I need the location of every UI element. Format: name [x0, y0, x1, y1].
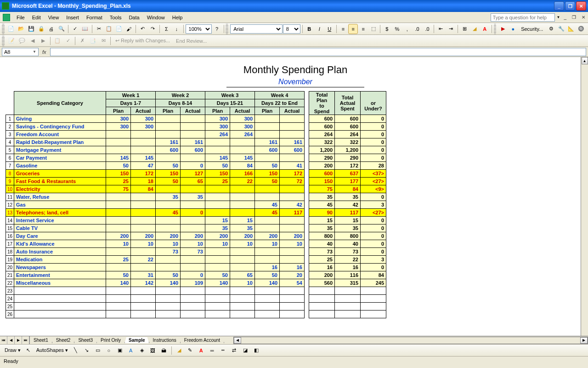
- toolbar-handle[interactable]: [2, 36, 5, 46]
- plan-cell[interactable]: 10: [255, 240, 280, 248]
- table-row[interactable]: 23: [6, 287, 386, 295]
- tab-prev-button[interactable]: ◀: [7, 336, 15, 344]
- table-row[interactable]: 7Gasoline50475005084504120017228: [6, 162, 386, 170]
- design-mode-button[interactable]: 📐: [566, 24, 576, 34]
- sheet-tab-freedom-account[interactable]: Freedom Account: [180, 337, 224, 343]
- total-actual-cell[interactable]: 322: [335, 138, 361, 146]
- plan-cell[interactable]: 50: [156, 162, 181, 170]
- plan-cell[interactable]: [205, 209, 230, 217]
- table-row[interactable]: 24: [6, 295, 386, 303]
- actual-cell[interactable]: [131, 201, 156, 209]
- table-row[interactable]: 2Savings - Contingency Fund3003003003006…: [6, 123, 386, 131]
- category-cell[interactable]: Gasoline: [14, 162, 106, 170]
- actual-cell[interactable]: 127: [181, 170, 205, 178]
- open-button[interactable]: 📂: [17, 24, 26, 34]
- copy-button[interactable]: 📋: [104, 24, 114, 34]
- plan-cell[interactable]: [255, 193, 280, 201]
- table-row[interactable]: 5Mortgage Payment6006006006001,2001,2000: [6, 146, 386, 154]
- plan-cell[interactable]: [255, 115, 280, 123]
- over-under-cell[interactable]: 3: [361, 201, 386, 209]
- total-plan-cell[interactable]: 800: [309, 232, 335, 240]
- total-plan-cell[interactable]: 200: [309, 162, 335, 170]
- plan-cell[interactable]: 10: [205, 240, 230, 248]
- table-row[interactable]: 9Fast Food & Restaurants2518506525225072…: [6, 178, 386, 185]
- sheet-tab-sheet2[interactable]: Sheet2: [52, 337, 75, 343]
- plan-cell[interactable]: [205, 185, 230, 193]
- actual-cell[interactable]: [230, 256, 255, 264]
- actual-cell[interactable]: 18: [131, 178, 156, 185]
- plan-cell[interactable]: [106, 146, 131, 154]
- macro-record-button[interactable]: ●: [508, 24, 518, 34]
- over-under-cell[interactable]: 84: [361, 271, 386, 279]
- over-under-cell[interactable]: <27>: [361, 178, 386, 185]
- actual-cell[interactable]: [131, 138, 156, 146]
- total-actual-cell[interactable]: 116: [335, 271, 361, 279]
- font-color-button[interactable]: A: [196, 345, 206, 356]
- diagram-button[interactable]: ◈: [137, 345, 147, 356]
- actual-cell[interactable]: 161: [181, 138, 205, 146]
- menu-edit[interactable]: Edit: [28, 13, 45, 22]
- actual-cell[interactable]: [230, 248, 255, 256]
- merge-button[interactable]: ⬚: [368, 24, 378, 34]
- actual-cell[interactable]: 35: [181, 193, 205, 201]
- plan-cell[interactable]: 50: [205, 162, 230, 170]
- actual-cell[interactable]: [131, 248, 156, 256]
- plan-cell[interactable]: [106, 131, 131, 138]
- category-cell[interactable]: Rapid Debt-Repayment Plan: [14, 138, 106, 146]
- help-dropdown-icon[interactable]: ▼: [557, 15, 560, 19]
- plan-cell[interactable]: [106, 217, 131, 224]
- toolbar-handle[interactable]: [226, 24, 228, 34]
- total-plan-cell[interactable]: 73: [309, 248, 335, 256]
- research-button[interactable]: 📖: [80, 24, 90, 34]
- plan-cell[interactable]: 140: [106, 279, 131, 287]
- maximize-button[interactable]: ❐: [565, 1, 575, 11]
- plan-cell[interactable]: 200: [106, 232, 131, 240]
- fill-color-button[interactable]: ◢: [174, 345, 184, 356]
- actual-cell[interactable]: [280, 248, 305, 256]
- actual-cell[interactable]: 300: [131, 123, 156, 131]
- plan-cell[interactable]: [156, 123, 181, 131]
- total-plan-cell[interactable]: 290: [309, 154, 335, 162]
- plan-cell[interactable]: [156, 154, 181, 162]
- plan-cell[interactable]: 25: [106, 178, 131, 185]
- actual-cell[interactable]: 22: [230, 178, 255, 185]
- actual-cell[interactable]: [131, 264, 156, 271]
- actual-cell[interactable]: 145: [131, 154, 156, 162]
- total-plan-cell[interactable]: 264: [309, 131, 335, 138]
- plan-cell[interactable]: [106, 264, 131, 271]
- plan-cell[interactable]: 600: [255, 146, 280, 154]
- actual-cell[interactable]: [280, 131, 305, 138]
- security-button[interactable]: Security...: [518, 26, 546, 32]
- print-preview-button[interactable]: 🔍: [57, 24, 66, 34]
- actual-cell[interactable]: 264: [230, 131, 255, 138]
- horizontal-scrollbar[interactable]: ◀ ▶: [233, 337, 588, 344]
- actual-cell[interactable]: 0: [181, 162, 205, 170]
- actual-cell[interactable]: 42: [280, 201, 305, 209]
- toolbar-handle[interactable]: [494, 24, 497, 34]
- over-under-cell[interactable]: 0: [361, 154, 386, 162]
- scroll-left-button[interactable]: ◀: [234, 337, 241, 344]
- category-cell[interactable]: Medication: [14, 256, 106, 264]
- name-box[interactable]: A8▼: [2, 48, 39, 56]
- table-row[interactable]: 6Car Payment1451451451452902900: [6, 154, 386, 162]
- over-under-cell[interactable]: 0: [361, 193, 386, 201]
- over-under-cell[interactable]: 0: [361, 224, 386, 232]
- arrow-style-button[interactable]: ⇄: [229, 345, 239, 356]
- total-actual-cell[interactable]: 42: [335, 201, 361, 209]
- category-cell[interactable]: Fast Food & Restaurants: [14, 178, 106, 185]
- plan-cell[interactable]: [156, 256, 181, 264]
- over-under-cell[interactable]: 0: [361, 232, 386, 240]
- actual-cell[interactable]: [280, 217, 305, 224]
- over-under-cell[interactable]: 0: [361, 123, 386, 131]
- plan-cell[interactable]: 45: [255, 201, 280, 209]
- plan-cell[interactable]: [156, 185, 181, 193]
- plan-cell[interactable]: [106, 209, 131, 217]
- plan-cell[interactable]: 150: [205, 170, 230, 178]
- total-plan-cell[interactable]: 15: [309, 217, 335, 224]
- plan-cell[interactable]: 73: [156, 248, 181, 256]
- format-painter-button[interactable]: 🖌: [124, 24, 134, 34]
- actual-cell[interactable]: 117: [280, 209, 305, 217]
- permission-button[interactable]: 🔒: [36, 24, 46, 34]
- actual-cell[interactable]: [181, 123, 205, 131]
- category-cell[interactable]: Giving: [14, 115, 106, 123]
